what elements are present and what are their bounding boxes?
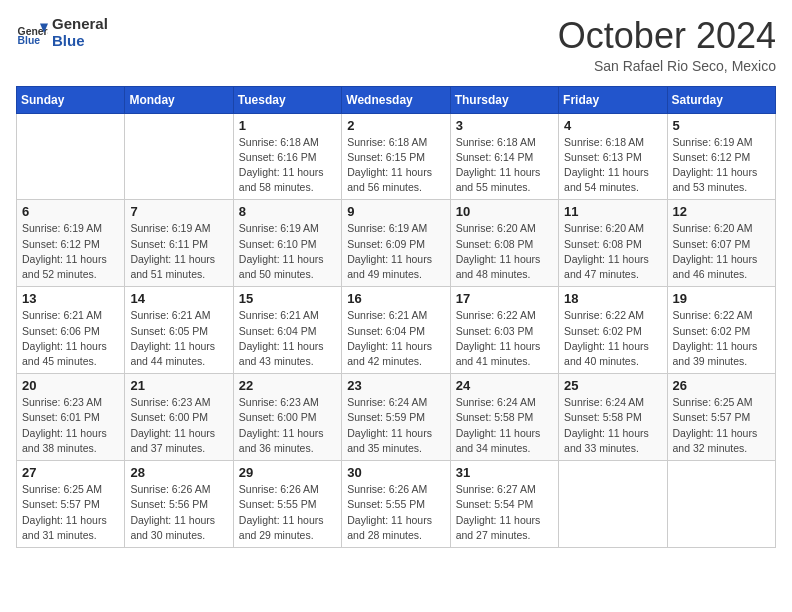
day-number: 4 (564, 118, 661, 133)
day-info: Sunrise: 6:25 AMSunset: 5:57 PMDaylight:… (22, 482, 119, 543)
day-info: Sunrise: 6:19 AMSunset: 6:12 PMDaylight:… (22, 221, 119, 282)
day-number: 22 (239, 378, 336, 393)
day-number: 17 (456, 291, 553, 306)
calendar-cell: 18Sunrise: 6:22 AMSunset: 6:02 PMDayligh… (559, 287, 667, 374)
day-info: Sunrise: 6:21 AMSunset: 6:06 PMDaylight:… (22, 308, 119, 369)
day-info: Sunrise: 6:24 AMSunset: 5:58 PMDaylight:… (564, 395, 661, 456)
calendar-cell: 29Sunrise: 6:26 AMSunset: 5:55 PMDayligh… (233, 461, 341, 548)
calendar-cell: 22Sunrise: 6:23 AMSunset: 6:00 PMDayligh… (233, 374, 341, 461)
calendar-cell: 14Sunrise: 6:21 AMSunset: 6:05 PMDayligh… (125, 287, 233, 374)
page-header: General Blue General Blue October 2024 S… (16, 16, 776, 74)
day-number: 9 (347, 204, 444, 219)
month-title: October 2024 (558, 16, 776, 56)
day-number: 2 (347, 118, 444, 133)
calendar-cell: 27Sunrise: 6:25 AMSunset: 5:57 PMDayligh… (17, 461, 125, 548)
day-number: 8 (239, 204, 336, 219)
day-info: Sunrise: 6:22 AMSunset: 6:03 PMDaylight:… (456, 308, 553, 369)
calendar-cell: 25Sunrise: 6:24 AMSunset: 5:58 PMDayligh… (559, 374, 667, 461)
day-info: Sunrise: 6:18 AMSunset: 6:14 PMDaylight:… (456, 135, 553, 196)
day-info: Sunrise: 6:19 AMSunset: 6:10 PMDaylight:… (239, 221, 336, 282)
calendar-header: SundayMondayTuesdayWednesdayThursdayFrid… (17, 86, 776, 113)
day-number: 16 (347, 291, 444, 306)
calendar-cell: 24Sunrise: 6:24 AMSunset: 5:58 PMDayligh… (450, 374, 558, 461)
day-info: Sunrise: 6:25 AMSunset: 5:57 PMDaylight:… (673, 395, 770, 456)
calendar-cell (17, 113, 125, 200)
col-header-sunday: Sunday (17, 86, 125, 113)
calendar-cell: 12Sunrise: 6:20 AMSunset: 6:07 PMDayligh… (667, 200, 775, 287)
day-info: Sunrise: 6:20 AMSunset: 6:08 PMDaylight:… (564, 221, 661, 282)
calendar-cell: 20Sunrise: 6:23 AMSunset: 6:01 PMDayligh… (17, 374, 125, 461)
calendar-cell: 5Sunrise: 6:19 AMSunset: 6:12 PMDaylight… (667, 113, 775, 200)
calendar-cell: 21Sunrise: 6:23 AMSunset: 6:00 PMDayligh… (125, 374, 233, 461)
calendar-cell: 3Sunrise: 6:18 AMSunset: 6:14 PMDaylight… (450, 113, 558, 200)
day-number: 20 (22, 378, 119, 393)
day-number: 30 (347, 465, 444, 480)
calendar-cell (125, 113, 233, 200)
col-header-friday: Friday (559, 86, 667, 113)
day-number: 21 (130, 378, 227, 393)
day-info: Sunrise: 6:26 AMSunset: 5:55 PMDaylight:… (347, 482, 444, 543)
calendar-week-1: 1Sunrise: 6:18 AMSunset: 6:16 PMDaylight… (17, 113, 776, 200)
calendar-cell: 13Sunrise: 6:21 AMSunset: 6:06 PMDayligh… (17, 287, 125, 374)
day-number: 23 (347, 378, 444, 393)
calendar-week-5: 27Sunrise: 6:25 AMSunset: 5:57 PMDayligh… (17, 461, 776, 548)
calendar-cell (667, 461, 775, 548)
day-number: 27 (22, 465, 119, 480)
col-header-tuesday: Tuesday (233, 86, 341, 113)
day-info: Sunrise: 6:19 AMSunset: 6:11 PMDaylight:… (130, 221, 227, 282)
day-info: Sunrise: 6:21 AMSunset: 6:04 PMDaylight:… (347, 308, 444, 369)
calendar-cell: 8Sunrise: 6:19 AMSunset: 6:10 PMDaylight… (233, 200, 341, 287)
location-subtitle: San Rafael Rio Seco, Mexico (558, 58, 776, 74)
logo-icon: General Blue (16, 17, 48, 49)
day-number: 14 (130, 291, 227, 306)
logo: General Blue General Blue (16, 16, 108, 49)
calendar-week-2: 6Sunrise: 6:19 AMSunset: 6:12 PMDaylight… (17, 200, 776, 287)
day-info: Sunrise: 6:19 AMSunset: 6:09 PMDaylight:… (347, 221, 444, 282)
calendar-cell: 31Sunrise: 6:27 AMSunset: 5:54 PMDayligh… (450, 461, 558, 548)
calendar-week-4: 20Sunrise: 6:23 AMSunset: 6:01 PMDayligh… (17, 374, 776, 461)
day-info: Sunrise: 6:22 AMSunset: 6:02 PMDaylight:… (564, 308, 661, 369)
calendar-cell: 6Sunrise: 6:19 AMSunset: 6:12 PMDaylight… (17, 200, 125, 287)
day-number: 28 (130, 465, 227, 480)
day-info: Sunrise: 6:24 AMSunset: 5:59 PMDaylight:… (347, 395, 444, 456)
day-number: 18 (564, 291, 661, 306)
calendar-cell: 4Sunrise: 6:18 AMSunset: 6:13 PMDaylight… (559, 113, 667, 200)
calendar-cell: 23Sunrise: 6:24 AMSunset: 5:59 PMDayligh… (342, 374, 450, 461)
calendar-cell: 30Sunrise: 6:26 AMSunset: 5:55 PMDayligh… (342, 461, 450, 548)
day-number: 5 (673, 118, 770, 133)
day-number: 19 (673, 291, 770, 306)
day-info: Sunrise: 6:18 AMSunset: 6:16 PMDaylight:… (239, 135, 336, 196)
day-info: Sunrise: 6:18 AMSunset: 6:15 PMDaylight:… (347, 135, 444, 196)
day-number: 15 (239, 291, 336, 306)
day-info: Sunrise: 6:23 AMSunset: 6:00 PMDaylight:… (130, 395, 227, 456)
day-number: 12 (673, 204, 770, 219)
day-number: 11 (564, 204, 661, 219)
col-header-monday: Monday (125, 86, 233, 113)
day-number: 24 (456, 378, 553, 393)
day-number: 6 (22, 204, 119, 219)
calendar-cell: 2Sunrise: 6:18 AMSunset: 6:15 PMDaylight… (342, 113, 450, 200)
day-info: Sunrise: 6:24 AMSunset: 5:58 PMDaylight:… (456, 395, 553, 456)
day-info: Sunrise: 6:23 AMSunset: 6:01 PMDaylight:… (22, 395, 119, 456)
day-number: 25 (564, 378, 661, 393)
day-number: 26 (673, 378, 770, 393)
day-number: 3 (456, 118, 553, 133)
calendar-cell: 7Sunrise: 6:19 AMSunset: 6:11 PMDaylight… (125, 200, 233, 287)
calendar-cell: 16Sunrise: 6:21 AMSunset: 6:04 PMDayligh… (342, 287, 450, 374)
calendar-cell: 1Sunrise: 6:18 AMSunset: 6:16 PMDaylight… (233, 113, 341, 200)
day-info: Sunrise: 6:21 AMSunset: 6:05 PMDaylight:… (130, 308, 227, 369)
calendar-cell: 17Sunrise: 6:22 AMSunset: 6:03 PMDayligh… (450, 287, 558, 374)
day-info: Sunrise: 6:20 AMSunset: 6:08 PMDaylight:… (456, 221, 553, 282)
day-number: 1 (239, 118, 336, 133)
calendar-cell: 28Sunrise: 6:26 AMSunset: 5:56 PMDayligh… (125, 461, 233, 548)
calendar-table: SundayMondayTuesdayWednesdayThursdayFrid… (16, 86, 776, 548)
day-number: 7 (130, 204, 227, 219)
day-info: Sunrise: 6:27 AMSunset: 5:54 PMDaylight:… (456, 482, 553, 543)
calendar-cell: 26Sunrise: 6:25 AMSunset: 5:57 PMDayligh… (667, 374, 775, 461)
day-info: Sunrise: 6:21 AMSunset: 6:04 PMDaylight:… (239, 308, 336, 369)
logo-general: General (52, 16, 108, 33)
col-header-thursday: Thursday (450, 86, 558, 113)
day-number: 31 (456, 465, 553, 480)
calendar-cell: 15Sunrise: 6:21 AMSunset: 6:04 PMDayligh… (233, 287, 341, 374)
calendar-cell: 11Sunrise: 6:20 AMSunset: 6:08 PMDayligh… (559, 200, 667, 287)
